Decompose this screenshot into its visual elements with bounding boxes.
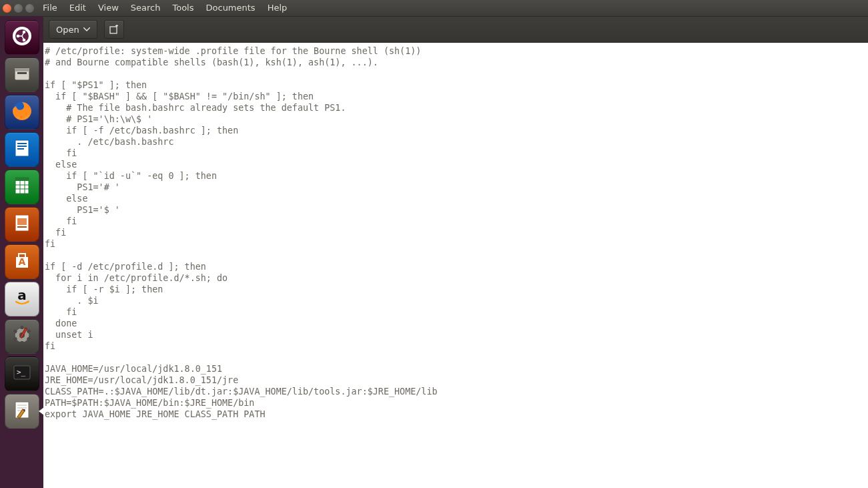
writer-icon xyxy=(11,137,33,162)
svg-rect-42 xyxy=(17,409,24,419)
svg-rect-10 xyxy=(17,72,27,74)
svg-point-11 xyxy=(13,101,31,120)
svg-rect-30 xyxy=(26,337,30,341)
svg-point-34 xyxy=(19,332,25,338)
svg-rect-28 xyxy=(21,326,23,329)
svg-rect-24 xyxy=(17,226,27,228)
menu-items: FileEditViewSearchToolsDocumentsHelp xyxy=(37,0,293,16)
svg-text:a: a xyxy=(17,287,27,303)
svg-line-6 xyxy=(22,32,24,36)
svg-point-4 xyxy=(22,39,25,42)
svg-marker-43 xyxy=(22,408,25,411)
open-button[interactable]: Open xyxy=(49,20,97,39)
launcher-amazon[interactable]: a xyxy=(5,282,39,316)
svg-text:A: A xyxy=(18,256,25,267)
close-icon[interactable] xyxy=(3,4,11,13)
svg-rect-38 xyxy=(15,402,29,418)
launcher-writer[interactable] xyxy=(5,132,39,167)
toolbar: Open xyxy=(43,16,868,43)
amazon-icon: a xyxy=(11,286,33,312)
launcher-dash[interactable] xyxy=(5,20,39,55)
launcher-impress[interactable] xyxy=(5,207,39,242)
svg-rect-23 xyxy=(17,218,27,225)
svg-rect-35 xyxy=(20,328,27,338)
svg-rect-8 xyxy=(15,68,29,80)
svg-rect-36 xyxy=(14,366,30,379)
svg-rect-12 xyxy=(15,140,29,156)
svg-rect-31 xyxy=(21,341,23,344)
svg-point-2 xyxy=(16,35,19,38)
svg-rect-32 xyxy=(13,337,17,341)
editor-area[interactable]: # /etc/profile: system-wide .profile fil… xyxy=(43,43,868,488)
launcher-files[interactable] xyxy=(5,57,39,92)
svg-rect-17 xyxy=(15,178,29,181)
svg-text:>_: >_ xyxy=(17,368,26,377)
launcher-calc[interactable] xyxy=(5,170,39,204)
svg-point-3 xyxy=(22,31,25,34)
svg-rect-44 xyxy=(110,27,117,33)
svg-line-7 xyxy=(22,36,24,40)
svg-rect-13 xyxy=(17,143,27,144)
launcher-firefox[interactable] xyxy=(5,95,39,130)
svg-point-1 xyxy=(15,29,29,43)
maximize-icon[interactable] xyxy=(25,4,34,13)
menu-item-file[interactable]: File xyxy=(37,0,63,16)
settings-icon xyxy=(11,324,33,349)
menu-item-edit[interactable]: Edit xyxy=(63,0,92,16)
gedit-icon xyxy=(11,399,33,424)
minimize-icon[interactable] xyxy=(14,4,23,13)
firefox-icon xyxy=(10,99,34,126)
svg-rect-33 xyxy=(13,329,17,333)
menu-item-documents[interactable]: Documents xyxy=(200,0,262,16)
terminal-icon: >_ xyxy=(11,361,33,387)
svg-rect-15 xyxy=(17,148,24,150)
launcher-settings[interactable] xyxy=(5,319,39,354)
menu-item-help[interactable]: Help xyxy=(262,0,294,16)
svg-point-0 xyxy=(13,27,31,45)
dash-icon xyxy=(11,25,33,50)
svg-rect-29 xyxy=(26,329,30,333)
launcher-gedit[interactable] xyxy=(5,394,39,429)
software-icon: A xyxy=(11,249,33,274)
launcher-terminal[interactable]: >_ xyxy=(5,356,39,391)
chevron-down-icon xyxy=(83,27,90,31)
svg-point-27 xyxy=(15,328,29,342)
menu-item-search[interactable]: Search xyxy=(125,0,167,16)
svg-rect-9 xyxy=(15,68,29,71)
new-tab-icon xyxy=(109,25,119,34)
calc-icon xyxy=(11,174,33,200)
menu-item-tools[interactable]: Tools xyxy=(166,0,199,16)
launcher: Aa>_ xyxy=(0,16,43,488)
open-button-label: Open xyxy=(56,25,79,35)
svg-rect-16 xyxy=(15,178,29,194)
launcher-software[interactable]: A xyxy=(5,244,39,279)
new-tab-button[interactable] xyxy=(104,20,124,39)
code-content[interactable]: # /etc/profile: system-wide .profile fil… xyxy=(43,43,868,423)
impress-icon xyxy=(11,212,33,237)
svg-rect-22 xyxy=(15,215,29,231)
menubar: FileEditViewSearchToolsDocumentsHelp xyxy=(0,0,868,16)
files-icon xyxy=(11,62,33,87)
menu-item-view[interactable]: View xyxy=(92,0,125,16)
svg-rect-14 xyxy=(17,146,27,147)
window-controls xyxy=(0,4,37,13)
